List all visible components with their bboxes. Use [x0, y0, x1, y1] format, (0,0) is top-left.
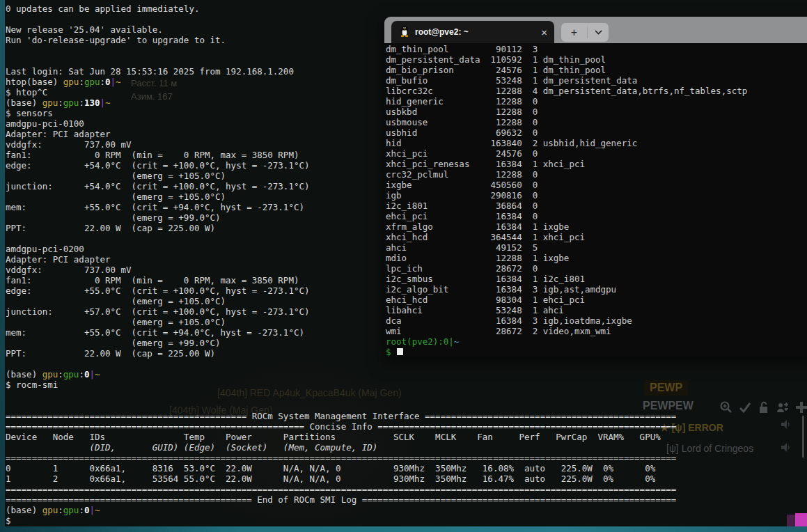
terminal-output-line: ahci 49152 5 — [386, 242, 807, 253]
main-terminal-line: ========================================… — [6, 411, 806, 421]
terminal-output-line: usbhid 69632 0 — [386, 127, 807, 138]
terminal-output-line: dm_thin_pool 90112 3 — [386, 44, 807, 54]
main-terminal-line: ========================================… — [6, 421, 806, 432]
main-terminal-line: $ — [6, 515, 806, 526]
tab-bar-buttons: + — [561, 23, 609, 42]
terminal-output-line: usbmouse 12288 0 — [386, 117, 807, 127]
main-terminal-line: ========================================… — [6, 494, 806, 505]
main-terminal-line: (base) gpu:gpu:0|~ — [6, 369, 806, 380]
terminal-output-line: ixgbe 450560 0 — [386, 180, 807, 190]
terminal-output-line: xfrm_algo 16384 1 ixgbe — [386, 221, 807, 232]
tab-dropdown-button[interactable] — [588, 30, 609, 35]
terminal-output-line: dca 16384 3 igb,ioatdma,ixgbe — [386, 315, 807, 326]
background-patch-magenta — [795, 513, 807, 527]
terminal-output-line: i2c_i801 36864 0 — [386, 201, 807, 211]
main-terminal-line: ========================================… — [6, 453, 806, 463]
terminal-output-line: xhci_pci 24576 0 — [386, 148, 807, 159]
terminal-output-line: xhci_pci_renesas 16384 1 xhci_pci — [386, 159, 807, 169]
main-terminal-line: (DID, GUID) (Edge) (Socket) (Mem, Comput… — [6, 442, 806, 453]
main-terminal-line: 0 1 0x66a1, 8316 53.0°C 22.0W N/A, N/A, … — [6, 463, 806, 474]
tux-icon — [400, 25, 409, 40]
terminal-output-line: root(pve2):0|~ — [386, 336, 807, 347]
terminal-output-line: dm_bio_prison 24576 1 dm_thin_pool — [386, 65, 807, 75]
terminal-output-line: libcrc32c 12288 4 dm_persistent_data,btr… — [386, 86, 807, 96]
background-patch-dark — [787, 515, 795, 527]
terminal-output-line: crc32_pclmul 12288 0 — [386, 169, 807, 180]
terminal-output-line: $ — [386, 347, 807, 357]
terminal-output-line: dm_bufio 53248 1 dm_persistent_data — [386, 75, 807, 86]
terminal-output-line: xhci_hcd 364544 1 xhci_pci — [386, 232, 807, 242]
terminal-tab[interactable]: root@pve2: ~ × — [391, 21, 554, 43]
close-icon[interactable]: × — [541, 27, 547, 38]
terminal-output-line: ehci_pci 16384 0 — [386, 211, 807, 221]
main-terminal-line: (base) gpu:gpu:0|~ — [6, 505, 806, 515]
main-terminal-line: 0 updates can be applied immediately. — [6, 3, 806, 14]
terminal-output-line: lpc_ich 28672 0 — [386, 263, 807, 274]
tab-title: root@pve2: ~ — [415, 27, 469, 37]
text-cursor — [397, 348, 403, 355]
terminal-output-line: wmi 28672 2 video,mxm_wmi — [386, 326, 807, 336]
bottom-accent-bar — [0, 526, 807, 532]
screen: Расст. 11 мАзим. 167[404th] RED Ap4uk_Kp… — [0, 0, 807, 532]
terminal-output-line: libahci 53248 1 ahci — [386, 305, 807, 315]
terminal-output-line: mdio 12288 1 ixgbe — [386, 253, 807, 263]
terminal-output-line: i2c_algo_bit 16384 3 igb,ast,amdgpu — [386, 284, 807, 295]
terminal-window: root@pve2: ~ × + dm_thin_pool 90112 3dm_… — [384, 17, 807, 357]
terminal-output-line: igb 290816 0 — [386, 190, 807, 201]
terminal-output-line: hid 163840 2 usbhid,hid_generic — [386, 138, 807, 148]
main-terminal-line: Device Node IDs Temp Power Partitions SC… — [6, 432, 806, 442]
terminal-output[interactable]: dm_thin_pool 90112 3dm_persistent_data 1… — [384, 43, 807, 357]
terminal-output-line: dm_persistent_data 110592 1 dm_thin_pool — [386, 54, 807, 65]
main-terminal-line: ========================================… — [6, 484, 806, 494]
main-terminal-line — [6, 390, 806, 400]
new-tab-button[interactable]: + — [561, 27, 587, 38]
main-terminal-line: $ rocm-smi — [6, 380, 806, 390]
main-terminal-line — [6, 400, 806, 411]
terminal-output-line: ehci_hcd 98304 1 ehci_pci — [386, 295, 807, 305]
terminal-output-line: usbkbd 12288 0 — [386, 107, 807, 117]
titlebar[interactable]: root@pve2: ~ × + — [384, 17, 807, 43]
main-terminal-line: 1 2 0x66a1, 53564 55.0°C 22.0W N/A, N/A,… — [6, 474, 806, 484]
terminal-output-line: hid_generic 12288 0 — [386, 96, 807, 107]
terminal-output-line: i2c_smbus 16384 1 i2c_i801 — [386, 274, 807, 284]
left-accent-bar — [0, 0, 5, 532]
main-terminal-line — [6, 359, 806, 369]
